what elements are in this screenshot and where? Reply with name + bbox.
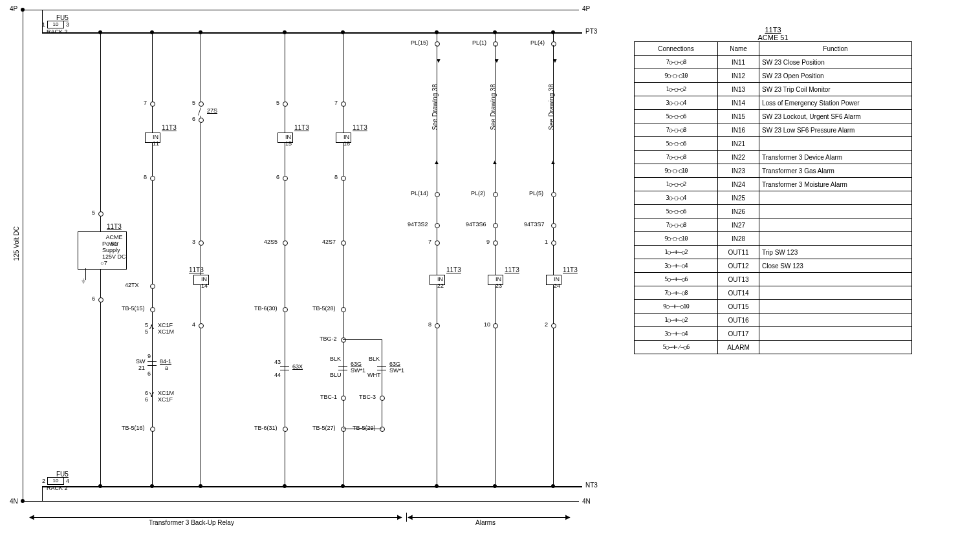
fuse-bot-rack: RACK 2 [47, 485, 68, 491]
in14-box: IN14 [193, 275, 209, 285]
fuse-top-rack: RACK 2 [47, 28, 68, 35]
table-row: 3○—▢—○4IN25 [635, 191, 912, 205]
ground-icon: ⏚ [82, 277, 85, 284]
connection-table: 11T3 ACME 51 Connections Name Function 7… [634, 26, 912, 537]
bus-pt3 [42, 32, 582, 34]
table-row: 7○—⊣⊢—○8OUT14 [635, 286, 912, 300]
in16-box: IN16 [336, 133, 351, 143]
bus-nt3 [42, 486, 582, 487]
label-nt3: NT3 [585, 482, 598, 489]
table-row: 7○—▢—○8IN16SW 23 Low SF6 Pressure Alarm [635, 123, 912, 137]
schematic: 4P 4P PT3 125 Volt DC FU5 1 3 10 RACK 2 … [6, 6, 602, 537]
in11-box: IN11 [145, 133, 160, 143]
table-row: 5○—▢—○6IN15SW 23 Lockout, Urgent SF6 Ala… [635, 110, 912, 123]
label-4p-right: 4P [582, 5, 590, 12]
table-row: 5○—⊣⊢—○6OUT13 [635, 273, 912, 286]
table-row: 9○—▢—○10IN28 [635, 232, 912, 246]
th-name: Name [718, 42, 759, 56]
power-supply: ACME 51 Power Supply 125V DC ○7 [78, 231, 127, 270]
table-row: 3○—⊣⊢—○4OUT12Close SW 123 [635, 259, 912, 273]
table-row: 7○—▢—○8IN27 [635, 218, 912, 232]
table-row: 5○—▢—○6IN21 [635, 137, 912, 151]
table-title-top: 11T3 [765, 26, 781, 34]
ps-hdr: 11T3 [107, 223, 122, 230]
label-pt3: PT3 [585, 28, 597, 35]
table-row: 1○—▢—○2IN24Transformer 3 Moisture Alarm [635, 178, 912, 191]
section-left: Transformer 3 Back-Up Relay [149, 519, 234, 526]
table-row: 7○—▢—○8IN22Transformer 3 Device Alarm [635, 151, 912, 164]
fuse-bot: 10 [47, 477, 64, 485]
table-row: 9○—▢—○10IN12SW 23 Open Position [635, 69, 912, 83]
table-row: 1○—▢—○2IN13SW 23 Trip Coil Monitor [635, 83, 912, 96]
table-row: 3○—⊣⊢—○4OUT17 [635, 327, 912, 341]
th-connections: Connections [635, 42, 718, 56]
table-row: 3○—▢—○4IN14Loss of Emergency Station Pow… [635, 96, 912, 110]
bus-4n [23, 501, 579, 502]
label-125vdc: 125 Volt DC [13, 226, 20, 261]
table-row: 9○—⊣⊢—○10OUT15 [635, 300, 912, 314]
label-4n-right: 4N [582, 498, 591, 505]
table-row: 7○—▢—○8IN11SW 23 Close Position [635, 56, 912, 69]
table-row: 9○—▢—○10IN23Transformer 3 Gas Alarm [635, 164, 912, 178]
fuse-top: 10 [47, 21, 64, 28]
in15-box: IN15 [278, 133, 293, 143]
in22-box: IN22 [430, 275, 445, 285]
label-4n-left: 4N [10, 498, 18, 505]
bus-4p [23, 10, 579, 10]
table-row: 1○—⊣⊢—○2OUT11Trip SW 123 [635, 246, 912, 259]
line-main-left [23, 10, 23, 501]
label-4p-left: 4P [10, 5, 17, 12]
table-title: ACME 51 [757, 34, 788, 41]
in23-box: IN23 [488, 275, 503, 285]
section-right: Alarms [475, 519, 495, 526]
table-row: 5○—⊣⊬—○6ALARM [635, 341, 912, 354]
table-row: 1○—⊣⊢—○2OUT16 [635, 314, 912, 327]
table-row: 5○—▢—○6IN26 [635, 205, 912, 218]
in24-box: IN24 [546, 275, 561, 285]
th-function: Function [759, 42, 912, 56]
